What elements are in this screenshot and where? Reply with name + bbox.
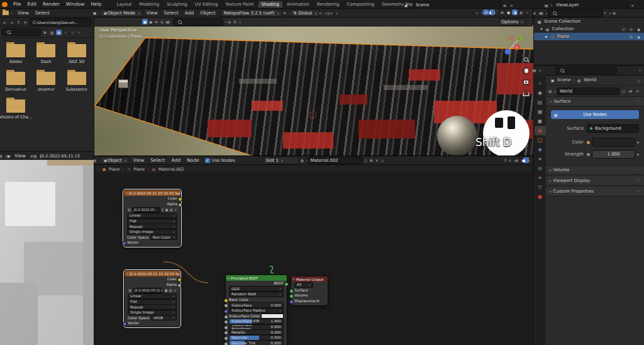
unlink-image-icon[interactable]: × (174, 208, 177, 212)
outliner-filter-icon[interactable]: ▽ (604, 10, 610, 16)
image-name-field[interactable]: JS-2-2022-05-11 15... (133, 288, 164, 293)
image-icon[interactable]: ▨ (128, 288, 132, 293)
tool-icon-export[interactable]: ▤ (165, 19, 170, 25)
tool-filter-funnel-icon[interactable]: ▽ (235, 19, 240, 25)
viewport-view-menu[interactable]: View (143, 10, 161, 16)
interpolation-row[interactable]: Linear (124, 213, 180, 218)
image-name-field[interactable]: JS-2-2022-05... (132, 207, 160, 213)
shading-solid-icon[interactable]: ● (506, 9, 511, 15)
node-header[interactable]: ∨JS-2-2022-05-11 15-32-53 Seamless-Color… (125, 271, 180, 276)
unlink-image-icon[interactable]: × (173, 288, 177, 293)
fake-user-icon[interactable]: ○ (363, 157, 369, 163)
folder-item[interactable]: Visions of Cha... (1, 99, 30, 120)
menu-edit[interactable]: Edit (25, 1, 40, 7)
hide-eye-icon[interactable]: ⊙ (628, 34, 634, 40)
transform-orientation-selector[interactable]: ⇅Global (290, 9, 320, 17)
parent-node-tree-icon[interactable]: ⇑ (502, 157, 508, 163)
thumbnail-view-icon[interactable]: ⊞ (56, 30, 62, 35)
socket-displacement-in[interactable] (289, 300, 294, 304)
viewport-editor-type-icon[interactable]: ▦ (94, 10, 100, 16)
extension-row[interactable]: Repeat (125, 304, 180, 310)
strength-value-field[interactable]: 1.000 (592, 150, 635, 159)
surface-shader-field[interactable]: Background (587, 124, 639, 133)
socket-vector-in[interactable] (122, 241, 126, 246)
animate-decorator-icon[interactable] (637, 154, 639, 156)
pin-icon[interactable]: ◇ (380, 157, 386, 163)
tab-object[interactable]: □ (535, 135, 546, 145)
outliner-row-scene-collection[interactable]: ▦ Scene Collection (534, 18, 644, 25)
fake-user-icon[interactable]: ▣ (164, 288, 168, 293)
open-image-icon[interactable]: ▤ (169, 208, 173, 212)
color-swatch[interactable] (261, 314, 284, 319)
tool-search-input[interactable] (173, 18, 223, 26)
collapse-path-icon[interactable]: › (98, 167, 99, 171)
parent-dir-icon[interactable]: ↑ (16, 20, 21, 25)
path-mesh-label[interactable]: Plane (133, 167, 145, 172)
filter-funnel-icon[interactable]: ▽ (70, 30, 75, 35)
breadcrumb-world[interactable]: World (584, 77, 596, 82)
viewlayer-browse-icon[interactable]: ▤ (546, 3, 552, 8)
tab-tool[interactable]: ⊹ (535, 79, 546, 88)
folder-item[interactable]: DAZ 3D (62, 44, 91, 64)
render-camera-icon[interactable]: ◉ (636, 34, 641, 40)
hide-eye-icon[interactable]: ⊙ (628, 26, 634, 32)
pan-hand-button[interactable] (522, 67, 530, 75)
node-principled-bsdf[interactable]: ∨Principled BSDF BSDF GGX Random Walk Ba… (225, 274, 287, 345)
folder-item[interactable]: Adobe (1, 44, 30, 64)
file-browser-type-icon[interactable] (3, 11, 9, 15)
image-canvas[interactable] (0, 160, 94, 345)
node-image-texture-1[interactable]: ∨JS-2-2022-05-11 15-32-53 SeamVms.png Co… (123, 189, 181, 247)
proportional-falloff-icon[interactable]: ∧ (331, 10, 337, 16)
active-tool-selector[interactable]: RetopoFlow 3.2.5 (self) (221, 9, 282, 17)
overlays-toggle-icon[interactable]: ◑ (489, 9, 495, 15)
use-nodes-toggle[interactable]: ✓Use Nodes (205, 158, 235, 163)
tab-particles[interactable]: ∗ (535, 154, 546, 164)
unlink-world-icon[interactable]: × (635, 88, 640, 94)
shader-overlays-icon[interactable]: ⊞ (516, 157, 522, 163)
node-material-output[interactable]: ∨Material Output All Surface Volume Disp… (291, 276, 328, 306)
image-icon[interactable]: ▨ (127, 208, 131, 212)
image-view-menu[interactable]: View (11, 153, 29, 159)
interpolation-row[interactable]: Linear (125, 293, 180, 299)
distribution-row[interactable]: GGX (226, 286, 287, 292)
zoom-button[interactable] (522, 55, 530, 64)
shader-preview-icon[interactable]: ● (523, 157, 529, 163)
target-row[interactable]: All (291, 282, 328, 288)
unlink-material-icon[interactable]: × (374, 157, 380, 163)
properties-editor-type-icon[interactable]: ▤ (534, 67, 540, 73)
node-image-texture-2[interactable]: ∨JS-2-2022-05-11 15-32-53 Seamless-Color… (124, 270, 180, 327)
tab-output[interactable]: ▤ (535, 98, 546, 107)
tab-animation[interactable]: Animation (284, 1, 313, 8)
new-material-icon[interactable]: ⊞ (369, 157, 374, 163)
navigation-gizmo[interactable]: X Y (499, 33, 526, 60)
transform-pivot-icon[interactable]: ↻ (284, 10, 290, 16)
file-search-input[interactable] (2, 28, 41, 36)
tab-render[interactable]: ◉ (535, 88, 546, 98)
tab-modeling[interactable]: Modeling (136, 1, 162, 8)
node-canvas[interactable]: ∨JS-2-2022-05-11 15-32-53 SeamVms.png Co… (94, 172, 533, 345)
image-name-label[interactable]: JS-2-2022-05-11-15 (40, 154, 80, 159)
remove-viewlayer-icon[interactable]: × (630, 3, 635, 8)
volume-panel-header[interactable]: ▸Volume (546, 165, 644, 175)
tool-icon-sphere[interactable]: ◉ (148, 19, 153, 25)
camera-view-button[interactable] (522, 78, 530, 86)
color-swatch-field[interactable] (592, 138, 635, 147)
outliner-row-plane[interactable]: ▶ ▽ Plane ⊙ ◉ (534, 33, 644, 40)
image-channels-icon[interactable]: ▣ (6, 153, 11, 159)
viewport-display-panel-header[interactable]: ▸Viewport Display (546, 176, 644, 186)
value-slider[interactable]: Subsurface0.000 (229, 302, 284, 308)
tab-modifiers[interactable]: ◈ (535, 145, 546, 154)
tab-rendering[interactable]: Rendering (314, 1, 343, 8)
tool-icon-active[interactable]: ▣ (142, 19, 148, 25)
checkbox-icon[interactable]: ☑ (621, 26, 626, 32)
use-nodes-button[interactable]: ▦ Use Nodes (551, 110, 639, 119)
pin-icon[interactable]: ◇ (636, 77, 641, 83)
path-object-label[interactable]: Plane (109, 167, 120, 172)
list-view-icon[interactable]: ≣ (42, 30, 48, 35)
snap-magnet-icon[interactable]: ∩ (320, 10, 326, 16)
outliner-row-collection[interactable]: ▼ ▤ Collection ☑ ⊙ ◉ (534, 25, 644, 33)
tab-texture-paint[interactable]: Texture Paint (222, 1, 257, 8)
display-options-chevron-icon[interactable]: ∨ (63, 30, 69, 35)
cube-object[interactable] (118, 79, 128, 88)
material-slot-selector[interactable]: Slot 1 (263, 157, 299, 164)
